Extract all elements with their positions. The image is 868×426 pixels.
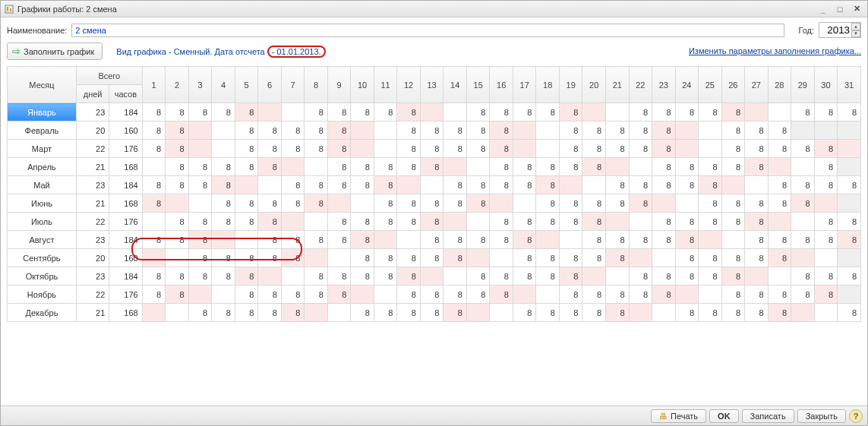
day-cell[interactable]: 8 [814, 213, 838, 231]
day-cell[interactable]: 8 [281, 194, 305, 213]
day-cell[interactable]: 8 [420, 249, 443, 267]
day-cell[interactable]: 8 [629, 121, 652, 140]
day-cell[interactable]: 8 [768, 231, 791, 249]
hours-total[interactable]: 184 [109, 231, 142, 249]
day-cell[interactable]: 8 [582, 304, 606, 322]
day-cell[interactable]: 8 [374, 267, 397, 286]
table-row[interactable]: Сентябрь2016088888888888888888888 [8, 249, 861, 267]
day-cell[interactable]: 8 [258, 249, 282, 267]
table-row[interactable]: Декабрь21168888888888888888888888 [8, 304, 861, 322]
day-cell[interactable]: 8 [606, 176, 630, 194]
day-cell[interactable]: 8 [721, 267, 745, 286]
day-cell[interactable] [327, 304, 351, 322]
days-total[interactable]: 23 [76, 231, 109, 249]
day-cell[interactable]: 8 [420, 231, 443, 249]
table-row[interactable]: Июль221768888888888888888888888 [8, 213, 861, 231]
day-cell[interactable] [443, 267, 467, 286]
day-cell[interactable] [513, 121, 536, 140]
minimize-button[interactable]: _ [816, 3, 831, 15]
close-button[interactable]: ✕ [849, 3, 864, 15]
day-cell[interactable] [838, 194, 861, 213]
day-cell[interactable]: 8 [142, 286, 166, 304]
day-cell[interactable]: 8 [443, 121, 467, 140]
day-cell[interactable]: 8 [582, 249, 606, 267]
day-cell[interactable]: 8 [536, 267, 560, 286]
day-cell[interactable]: 8 [559, 267, 582, 286]
day-cell[interactable]: 8 [466, 286, 490, 304]
day-cell[interactable]: 8 [351, 158, 374, 176]
col-day[interactable]: 15 [466, 67, 490, 103]
day-cell[interactable]: 8 [675, 304, 699, 322]
day-cell[interactable]: 8 [675, 231, 699, 249]
day-cell[interactable]: 8 [652, 121, 676, 140]
day-cell[interactable] [721, 176, 745, 194]
day-cell[interactable]: 8 [513, 249, 536, 267]
day-cell[interactable] [536, 121, 560, 140]
day-cell[interactable]: 8 [582, 213, 606, 231]
hours-total[interactable]: 184 [109, 103, 142, 121]
day-cell[interactable]: 8 [420, 140, 443, 158]
day-cell[interactable]: 8 [420, 194, 443, 213]
day-cell[interactable]: 8 [258, 194, 282, 213]
day-cell[interactable] [397, 231, 421, 249]
day-cell[interactable] [791, 304, 815, 322]
day-cell[interactable] [791, 213, 815, 231]
day-cell[interactable]: 8 [466, 194, 490, 213]
day-cell[interactable]: 8 [513, 231, 536, 249]
day-cell[interactable]: 8 [397, 140, 421, 158]
day-cell[interactable]: 8 [281, 286, 305, 304]
col-day[interactable]: 1 [142, 67, 166, 103]
day-cell[interactable]: 8 [212, 158, 235, 176]
day-cell[interactable]: 8 [166, 121, 189, 140]
day-cell[interactable] [559, 176, 582, 194]
day-cell[interactable] [582, 103, 606, 121]
col-day[interactable]: 6 [258, 67, 282, 103]
day-cell[interactable]: 8 [791, 140, 815, 158]
day-cell[interactable] [188, 194, 212, 213]
day-cell[interactable] [351, 121, 374, 140]
day-cell[interactable] [675, 286, 699, 304]
days-total[interactable]: 23 [76, 176, 109, 194]
day-cell[interactable]: 8 [235, 103, 258, 121]
day-cell[interactable]: 8 [212, 176, 235, 194]
day-cell[interactable] [606, 267, 630, 286]
day-cell[interactable]: 8 [397, 249, 421, 267]
month-cell[interactable]: Декабрь [8, 304, 77, 322]
day-cell[interactable]: 8 [652, 213, 676, 231]
day-cell[interactable]: 8 [397, 286, 421, 304]
col-day[interactable]: 10 [351, 67, 374, 103]
month-cell[interactable]: Февраль [8, 121, 77, 140]
day-cell[interactable]: 8 [305, 194, 328, 213]
days-total[interactable]: 22 [76, 213, 109, 231]
day-cell[interactable] [258, 267, 282, 286]
day-cell[interactable]: 8 [721, 140, 745, 158]
month-cell[interactable]: Январь [8, 103, 77, 121]
day-cell[interactable] [466, 249, 490, 267]
col-day[interactable]: 14 [443, 67, 467, 103]
day-cell[interactable]: 8 [281, 231, 305, 249]
day-cell[interactable] [699, 121, 722, 140]
day-cell[interactable]: 8 [838, 304, 861, 322]
close-button-footer[interactable]: Закрыть [797, 409, 846, 423]
day-cell[interactable] [814, 121, 838, 140]
day-cell[interactable] [166, 304, 189, 322]
day-cell[interactable]: 8 [814, 140, 838, 158]
day-cell[interactable]: 8 [559, 158, 582, 176]
day-cell[interactable]: 8 [606, 121, 630, 140]
schedule-table[interactable]: Месяц Всего 1 2 3 4 5 6 7 8 9 10 11 12 1… [7, 66, 861, 322]
day-cell[interactable] [374, 286, 397, 304]
day-cell[interactable]: 8 [443, 249, 467, 267]
day-cell[interactable] [420, 176, 443, 194]
days-total[interactable]: 21 [76, 304, 109, 322]
day-cell[interactable] [443, 158, 467, 176]
hours-total[interactable]: 176 [109, 213, 142, 231]
name-input[interactable] [71, 24, 784, 37]
day-cell[interactable] [838, 158, 861, 176]
col-day[interactable]: 13 [420, 67, 443, 103]
day-cell[interactable]: 8 [327, 267, 351, 286]
day-cell[interactable]: 8 [166, 267, 189, 286]
day-cell[interactable] [513, 140, 536, 158]
day-cell[interactable]: 8 [791, 194, 815, 213]
day-cell[interactable]: 8 [652, 176, 676, 194]
day-cell[interactable]: 8 [351, 103, 374, 121]
